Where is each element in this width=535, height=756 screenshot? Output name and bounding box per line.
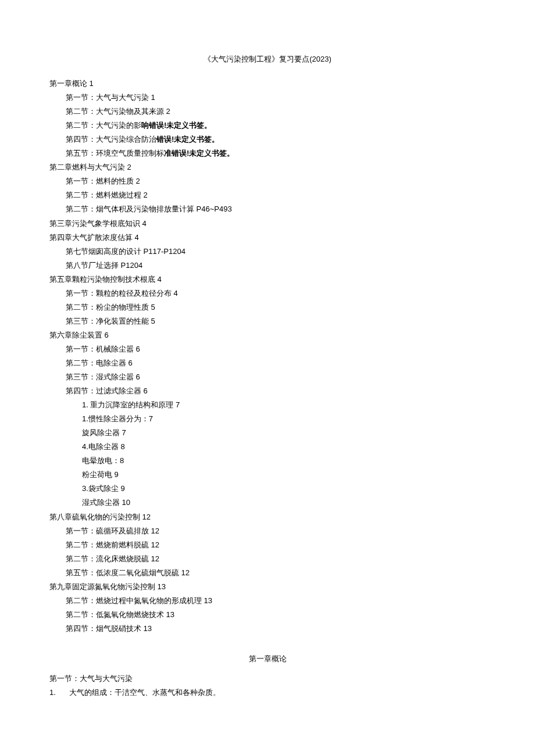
toc-entry: 第一节：硫循环及硫排放 12 [66,524,486,538]
toc-entry: 第二章燃料与大气污染 2 [49,160,486,174]
toc-entry: 第二节：燃烧过程中氮氧化物的形成机理 13 [66,594,486,608]
table-of-contents: 第一章概论 1第一节：大气与大气污染 1第二节：大气污染物及其来源 2第二节：大… [49,77,486,636]
toc-entry: 第五节：环境空气质量控制标准错误!未定义书签。 [66,146,486,160]
toc-entry: 第二节：低氮氧化物燃烧技术 13 [66,608,486,622]
toc-entry: 第七节烟囱高度的设计 P117-P1204 [66,245,486,259]
toc-entry: 第二节：粉尘的物理性质 5 [66,300,486,314]
toc-entry: 第四节：过滤式除尘器 6 [66,384,486,398]
toc-entry: 1. 重力沉降室的结构和原理 7 [82,398,486,412]
item-text: 大气的组成：干洁空气、水蒸气和各种杂质。 [69,686,220,700]
toc-entry: 第二节：燃烧前燃料脱硫 12 [66,538,486,552]
toc-entry: 第六章除尘装置 6 [49,328,486,342]
toc-entry: 湿式除尘器 10 [82,496,486,510]
toc-entry: 第四节：大气污染综合防治错误!未定义书签。 [66,132,486,146]
document-title: 《大气污染控制工程》复习要点(2023) [49,52,486,66]
toc-entry: 第二节：大气污染的影响错误!未定义书签。 [66,119,486,132]
toc-entry: 第五章颗粒污染物控制技术根底 4 [49,273,486,286]
toc-entry: 第四章大气扩散浓度估算 4 [49,231,486,245]
toc-entry: 第一节：大气与大气污染 1 [66,91,486,105]
toc-entry: 电晕放电：8 [82,454,486,468]
toc-entry: 第五节：低浓度二氧化硫烟气脱硫 12 [66,566,486,580]
toc-entry: 第二节：电除尘器 6 [66,356,486,370]
toc-entry: 第三节：湿式除尘嚣 6 [66,370,486,384]
toc-entry: 第四节：烟气脱硝技术 13 [66,622,486,636]
toc-text: 第二节：大气污染的影 [66,121,141,130]
chapter-heading: 第一章概论 [49,652,486,666]
toc-entry: 第二节：烟气体积及污染物排放量计算 P46~P493 [66,202,486,216]
toc-entry: 第二节：大气污染物及其来源 2 [66,105,486,119]
toc-entry: 第八节厂址选择 P1204 [66,259,486,273]
toc-error-label: 准错误!未定义书签。 [164,149,234,157]
body-items: 1.大气的组成：干洁空气、水蒸气和各种杂质。 [49,686,486,700]
toc-entry: 第九章固定源氮氧化物污染控制 13 [49,580,486,594]
toc-entry: 第二节：流化床燃烧脱硫 12 [66,552,486,566]
toc-entry: 旋风除尘器 7 [82,426,486,440]
toc-entry: 1.惯性除尘器分为：7 [82,412,486,426]
toc-text: 第五节：环境空气质量控制标 [66,149,164,157]
toc-entry: 第八章硫氧化物的污染控制 12 [49,510,486,524]
toc-text: 第四节：大气污染综合防治 [66,135,156,144]
toc-entry: 第二节：燃料燃烧过程 2 [66,188,486,202]
toc-entry: 第一章概论 1 [49,77,486,91]
section-heading: 第一节：大气与大气污染 [49,672,486,686]
toc-entry: 第一节：机械除尘嚣 6 [66,342,486,356]
toc-entry: 第一节：颗粒的粒径及粒径分布 4 [66,286,486,300]
toc-error-label: 错误!未定义书签。 [156,135,219,144]
toc-entry: 第三节：净化装置的性能 5 [66,314,486,328]
body-item: 1.大气的组成：干洁空气、水蒸气和各种杂质。 [49,686,486,700]
toc-entry: 3.袋式除尘 9 [82,482,486,496]
toc-entry: 粉尘荷电 9 [82,468,486,482]
toc-entry: 4.电除尘器 8 [82,440,486,454]
item-number: 1. [49,686,69,700]
toc-entry: 第一节：燃料的性质 2 [66,174,486,188]
toc-entry: 第三章污染气象学根底知识 4 [49,217,486,231]
toc-error-label: 响错误!未定义书签。 [141,121,212,130]
